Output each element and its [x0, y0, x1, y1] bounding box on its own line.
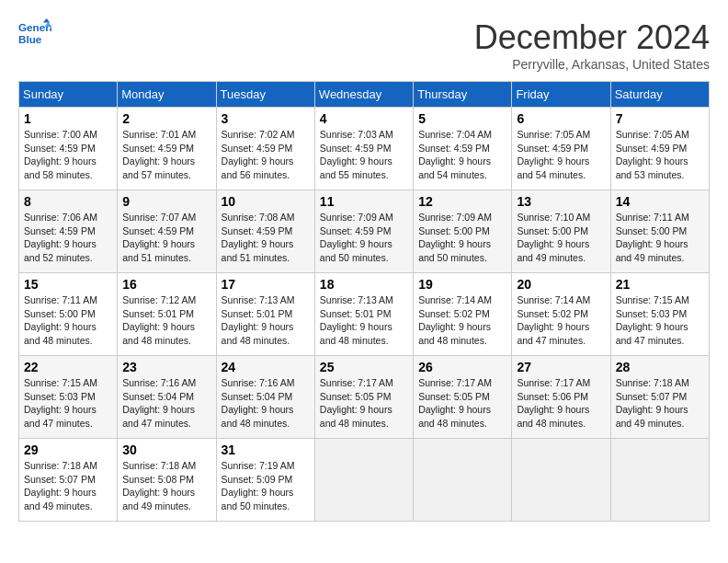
- day-info: Sunrise: 7:18 AMSunset: 5:07 PMDaylight:…: [24, 460, 97, 511]
- day-number: 16: [122, 277, 210, 292]
- table-row: 31 Sunrise: 7:19 AMSunset: 5:09 PMDaylig…: [216, 439, 314, 522]
- day-info: Sunrise: 7:03 AMSunset: 4:59 PMDaylight:…: [320, 129, 393, 180]
- day-info: Sunrise: 7:02 AMSunset: 4:59 PMDaylight:…: [222, 129, 295, 180]
- table-row: 22 Sunrise: 7:15 AMSunset: 5:03 PMDaylig…: [19, 356, 118, 439]
- header-friday: Friday: [512, 82, 610, 108]
- day-number: 22: [24, 360, 112, 374]
- day-info: Sunrise: 7:18 AMSunset: 5:07 PMDaylight:…: [616, 377, 689, 429]
- day-info: Sunrise: 7:07 AMSunset: 4:59 PMDaylight:…: [122, 212, 196, 263]
- table-row: 24 Sunrise: 7:16 AMSunset: 5:04 PMDaylig…: [216, 356, 314, 439]
- day-number: 23: [122, 360, 210, 374]
- day-number: 25: [320, 360, 408, 374]
- table-row: 5 Sunrise: 7:04 AMSunset: 4:59 PMDayligh…: [414, 108, 512, 190]
- table-row: 19 Sunrise: 7:14 AMSunset: 5:02 PMDaylig…: [414, 273, 512, 356]
- header-tuesday: Tuesday: [216, 82, 314, 108]
- table-row: [512, 439, 610, 522]
- day-info: Sunrise: 7:15 AMSunset: 5:03 PMDaylight:…: [24, 377, 97, 429]
- table-row: 15 Sunrise: 7:11 AMSunset: 5:00 PMDaylig…: [19, 273, 118, 356]
- title-section: December 2024 Perryville, Arkansas, Unit…: [474, 18, 710, 72]
- table-row: 28 Sunrise: 7:18 AMSunset: 5:07 PMDaylig…: [610, 356, 709, 439]
- page-header: General Blue December 2024 Perryville, A…: [18, 18, 710, 72]
- table-row: 10 Sunrise: 7:08 AMSunset: 4:59 PMDaylig…: [216, 190, 314, 273]
- table-row: 17 Sunrise: 7:13 AMSunset: 5:01 PMDaylig…: [216, 273, 314, 356]
- header-monday: Monday: [118, 82, 216, 108]
- table-row: 25 Sunrise: 7:17 AMSunset: 5:05 PMDaylig…: [314, 356, 413, 439]
- table-row: 27 Sunrise: 7:17 AMSunset: 5:06 PMDaylig…: [512, 356, 610, 439]
- day-number: 18: [320, 277, 408, 292]
- svg-marker-2: [43, 18, 50, 23]
- day-number: 31: [222, 442, 310, 457]
- day-number: 5: [418, 111, 506, 126]
- day-info: Sunrise: 7:14 AMSunset: 5:02 PMDaylight:…: [418, 294, 492, 346]
- table-row: [314, 439, 413, 522]
- day-number: 19: [418, 277, 506, 292]
- svg-text:Blue: Blue: [18, 33, 42, 45]
- table-row: 26 Sunrise: 7:17 AMSunset: 5:05 PMDaylig…: [414, 356, 512, 439]
- table-row: 6 Sunrise: 7:05 AMSunset: 4:59 PMDayligh…: [512, 108, 610, 190]
- day-number: 9: [122, 194, 210, 209]
- day-info: Sunrise: 7:11 AMSunset: 5:00 PMDaylight:…: [24, 294, 97, 346]
- day-number: 29: [24, 442, 112, 457]
- table-row: 18 Sunrise: 7:13 AMSunset: 5:01 PMDaylig…: [314, 273, 413, 356]
- table-row: 9 Sunrise: 7:07 AMSunset: 4:59 PMDayligh…: [118, 190, 216, 273]
- table-row: 29 Sunrise: 7:18 AMSunset: 5:07 PMDaylig…: [19, 439, 118, 522]
- table-row: 1 Sunrise: 7:00 AMSunset: 4:59 PMDayligh…: [19, 108, 118, 190]
- header-sunday: Sunday: [19, 82, 118, 108]
- table-row: 13 Sunrise: 7:10 AMSunset: 5:00 PMDaylig…: [512, 190, 610, 273]
- table-row: 21 Sunrise: 7:15 AMSunset: 5:03 PMDaylig…: [610, 273, 709, 356]
- table-row: 20 Sunrise: 7:14 AMSunset: 5:02 PMDaylig…: [512, 273, 610, 356]
- day-number: 1: [24, 111, 112, 126]
- day-info: Sunrise: 7:16 AMSunset: 5:04 PMDaylight:…: [122, 377, 196, 429]
- day-info: Sunrise: 7:17 AMSunset: 5:05 PMDaylight:…: [320, 377, 393, 429]
- table-row: [610, 439, 709, 522]
- day-info: Sunrise: 7:19 AMSunset: 5:09 PMDaylight:…: [222, 460, 295, 511]
- logo-icon: General Blue: [18, 18, 51, 52]
- table-row: 30 Sunrise: 7:18 AMSunset: 5:08 PMDaylig…: [118, 439, 216, 522]
- table-row: 23 Sunrise: 7:16 AMSunset: 5:04 PMDaylig…: [118, 356, 216, 439]
- day-info: Sunrise: 7:13 AMSunset: 5:01 PMDaylight:…: [320, 294, 393, 346]
- location: Perryville, Arkansas, United States: [474, 57, 710, 72]
- day-number: 6: [517, 111, 605, 126]
- table-row: 14 Sunrise: 7:11 AMSunset: 5:00 PMDaylig…: [610, 190, 709, 273]
- day-number: 11: [320, 194, 408, 209]
- day-info: Sunrise: 7:15 AMSunset: 5:03 PMDaylight:…: [616, 294, 689, 346]
- month-title: December 2024: [474, 18, 710, 57]
- table-row: 12 Sunrise: 7:09 AMSunset: 5:00 PMDaylig…: [414, 190, 512, 273]
- day-number: 20: [517, 277, 605, 292]
- day-info: Sunrise: 7:17 AMSunset: 5:05 PMDaylight:…: [418, 377, 492, 429]
- day-info: Sunrise: 7:05 AMSunset: 4:59 PMDaylight:…: [616, 129, 689, 180]
- day-info: Sunrise: 7:04 AMSunset: 4:59 PMDaylight:…: [418, 129, 492, 180]
- calendar-header-row: Sunday Monday Tuesday Wednesday Thursday…: [19, 82, 710, 108]
- day-info: Sunrise: 7:06 AMSunset: 4:59 PMDaylight:…: [24, 212, 97, 263]
- day-number: 10: [222, 194, 310, 209]
- day-info: Sunrise: 7:11 AMSunset: 5:00 PMDaylight:…: [616, 212, 689, 263]
- day-number: 28: [616, 360, 704, 374]
- day-info: Sunrise: 7:10 AMSunset: 5:00 PMDaylight:…: [517, 212, 590, 263]
- day-info: Sunrise: 7:05 AMSunset: 4:59 PMDaylight:…: [517, 129, 590, 180]
- header-saturday: Saturday: [610, 82, 709, 108]
- day-number: 30: [122, 442, 210, 457]
- table-row: 11 Sunrise: 7:09 AMSunset: 4:59 PMDaylig…: [314, 190, 413, 273]
- day-info: Sunrise: 7:09 AMSunset: 4:59 PMDaylight:…: [320, 212, 393, 263]
- calendar-table: Sunday Monday Tuesday Wednesday Thursday…: [18, 81, 710, 522]
- day-info: Sunrise: 7:09 AMSunset: 5:00 PMDaylight:…: [418, 212, 492, 263]
- day-number: 17: [222, 277, 310, 292]
- header-wednesday: Wednesday: [314, 82, 413, 108]
- day-info: Sunrise: 7:08 AMSunset: 4:59 PMDaylight:…: [222, 212, 295, 263]
- table-row: 8 Sunrise: 7:06 AMSunset: 4:59 PMDayligh…: [19, 190, 118, 273]
- table-row: 16 Sunrise: 7:12 AMSunset: 5:01 PMDaylig…: [118, 273, 216, 356]
- day-number: 12: [418, 194, 506, 209]
- day-info: Sunrise: 7:16 AMSunset: 5:04 PMDaylight:…: [222, 377, 295, 429]
- day-number: 3: [222, 111, 310, 126]
- day-number: 4: [320, 111, 408, 126]
- day-info: Sunrise: 7:12 AMSunset: 5:01 PMDaylight:…: [122, 294, 196, 346]
- day-number: 21: [616, 277, 704, 292]
- day-info: Sunrise: 7:14 AMSunset: 5:02 PMDaylight:…: [517, 294, 590, 346]
- day-number: 7: [616, 111, 704, 126]
- day-number: 26: [418, 360, 506, 374]
- day-info: Sunrise: 7:13 AMSunset: 5:01 PMDaylight:…: [222, 294, 295, 346]
- table-row: 3 Sunrise: 7:02 AMSunset: 4:59 PMDayligh…: [216, 108, 314, 190]
- logo: General Blue: [18, 18, 51, 52]
- day-number: 14: [616, 194, 704, 209]
- table-row: 7 Sunrise: 7:05 AMSunset: 4:59 PMDayligh…: [610, 108, 709, 190]
